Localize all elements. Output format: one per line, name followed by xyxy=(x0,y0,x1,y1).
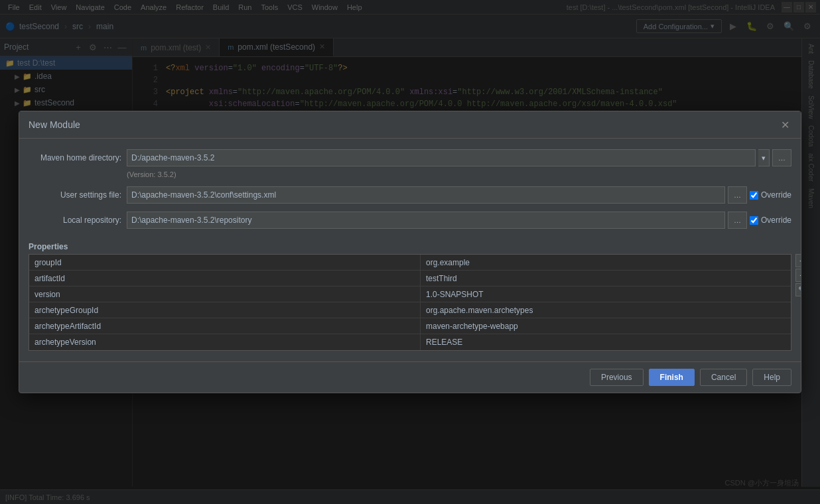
user-settings-override-checkbox[interactable] xyxy=(750,191,758,200)
cancel-button[interactable]: Cancel xyxy=(700,369,747,386)
user-settings-override-label: Override xyxy=(750,190,791,200)
user-settings-browse-button[interactable]: … xyxy=(728,186,747,204)
prop-key-groupid: groupId xyxy=(29,255,421,270)
properties-title: Properties xyxy=(29,242,791,251)
prop-value-archetypeversion[interactable]: RELEASE xyxy=(421,334,791,350)
prop-row-archetypeartifactid: archetypeArtifactId maven-archetype-weba… xyxy=(29,318,791,334)
prop-value-groupid[interactable]: org.example xyxy=(421,255,791,270)
prop-remove-button[interactable]: − xyxy=(795,269,801,282)
local-repo-override-label: Override xyxy=(750,216,791,225)
prop-value-archetypeartifactid[interactable]: maven-archetype-webapp xyxy=(421,318,791,334)
properties-table: groupId org.example artifactId testThird… xyxy=(29,254,791,351)
modal-header: New Module ✕ xyxy=(19,111,801,139)
prop-key-artifactid: artifactId xyxy=(29,271,421,286)
prop-row-archetypeversion: archetypeVersion RELEASE xyxy=(29,334,791,350)
maven-home-label: Maven home directory: xyxy=(29,153,121,162)
prop-key-version: version xyxy=(29,286,421,302)
prop-add-button[interactable]: + xyxy=(795,254,801,267)
finish-button[interactable]: Finish xyxy=(649,369,695,386)
local-repo-label: Local repository: xyxy=(29,216,121,225)
properties-section: Properties groupId org.example artifactI… xyxy=(29,242,791,351)
modal-close-button[interactable]: ✕ xyxy=(778,118,791,131)
prop-value-artifactid[interactable]: testThird xyxy=(421,271,791,286)
prop-edit-button[interactable]: ✎ xyxy=(795,283,801,296)
maven-home-input-wrap: ▾ … xyxy=(127,149,791,166)
local-repo-input[interactable] xyxy=(127,212,725,229)
local-repo-override-checkbox[interactable] xyxy=(750,216,758,225)
prop-row-version: version 1.0-SNAPSHOT xyxy=(29,286,791,302)
user-settings-input-wrap: … Override xyxy=(127,186,791,204)
prop-key-archetypeartifactid: archetypeArtifactId xyxy=(29,318,421,334)
properties-table-wrap: groupId org.example artifactId testThird… xyxy=(29,254,791,351)
new-module-dialog: New Module ✕ Maven home directory: ▾ … (… xyxy=(19,111,801,393)
prop-value-archetypegroupid[interactable]: org.apache.maven.archetypes xyxy=(421,302,791,318)
local-repo-row: Local repository: … Override xyxy=(29,212,791,229)
prop-key-archetypeversion: archetypeVersion xyxy=(29,334,421,350)
prop-value-version[interactable]: 1.0-SNAPSHOT xyxy=(421,286,791,302)
prop-side-buttons: + − ✎ xyxy=(795,254,801,296)
modal-body: Maven home directory: ▾ … (Version: 3.5.… xyxy=(19,139,801,361)
modal-overlay: New Module ✕ Maven home directory: ▾ … (… xyxy=(0,0,820,504)
prop-key-archetypegroupid: archetypeGroupId xyxy=(29,302,421,318)
previous-button[interactable]: Previous xyxy=(590,369,644,386)
help-button[interactable]: Help xyxy=(752,369,791,386)
maven-home-browse-button[interactable]: … xyxy=(772,149,791,166)
user-settings-input[interactable] xyxy=(127,186,725,204)
prop-row-groupid: groupId org.example xyxy=(29,255,791,271)
user-settings-label: User settings file: xyxy=(29,190,121,200)
maven-home-input[interactable] xyxy=(127,149,756,166)
maven-home-dropdown-button[interactable]: ▾ xyxy=(758,149,770,166)
maven-version-text: (Version: 3.5.2) xyxy=(29,170,791,178)
user-settings-row: User settings file: … Override xyxy=(29,186,791,204)
prop-row-archetypegroupid: archetypeGroupId org.apache.maven.archet… xyxy=(29,302,791,318)
modal-footer: Previous Finish Cancel Help xyxy=(19,361,801,393)
local-repo-input-wrap: … Override xyxy=(127,212,791,229)
modal-title: New Module xyxy=(29,119,778,130)
local-repo-browse-button[interactable]: … xyxy=(728,212,747,229)
prop-row-artifactid: artifactId testThird xyxy=(29,271,791,286)
maven-home-row: Maven home directory: ▾ … xyxy=(29,149,791,166)
